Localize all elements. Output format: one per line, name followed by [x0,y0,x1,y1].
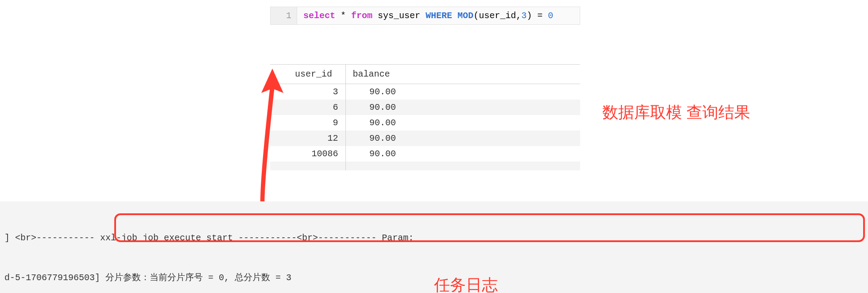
table-row: 690.00 [270,100,580,115]
table-row: 1290.00 [270,131,580,146]
table-row: 390.00 [270,84,580,100]
sql-line-number: 1 [271,7,297,24]
table-row: 990.00 [270,115,580,131]
arrow-icon [246,69,317,219]
sql-editor[interactable]: 1 select * from sys_user WHERE MOD(user_… [270,7,580,25]
annotation-task-log: 任务日志 [434,274,498,293]
cell-balance: 90.00 [345,146,403,162]
sql-keyword-mod: MOD [457,11,473,21]
table-row: 1008690.00 [270,146,580,162]
table-header-spacer [403,65,580,84]
log-line: ] <br>----------- xxl-job job execute st… [0,231,868,245]
sql-keyword-from: from [351,11,372,21]
sql-args-close: ) = [527,11,548,21]
query-result-table: user_id balance 390.00 690.00 990.00 129… [270,64,580,170]
sql-code[interactable]: select * from sys_user WHERE MOD(user_id… [297,7,559,24]
sql-keyword-select: select [303,11,335,21]
cell-balance: 90.00 [345,84,403,100]
table-header-balance: balance [345,65,403,84]
table-row [270,162,580,170]
cell-balance: 90.00 [345,131,403,146]
sql-arg-num: 3 [521,11,527,21]
sql-table-name: sys_user [372,11,426,21]
sql-args-open: (user_id, [473,11,521,21]
sql-star: * [335,11,351,21]
annotation-db-result: 数据库取模 查询结果 [602,102,750,123]
cell-balance: 90.00 [345,115,403,131]
table-header-row: user_id balance [270,65,580,84]
cell-balance: 90.00 [345,100,403,115]
sql-result-val: 0 [548,11,553,21]
sql-keyword-where: WHERE [426,11,452,21]
